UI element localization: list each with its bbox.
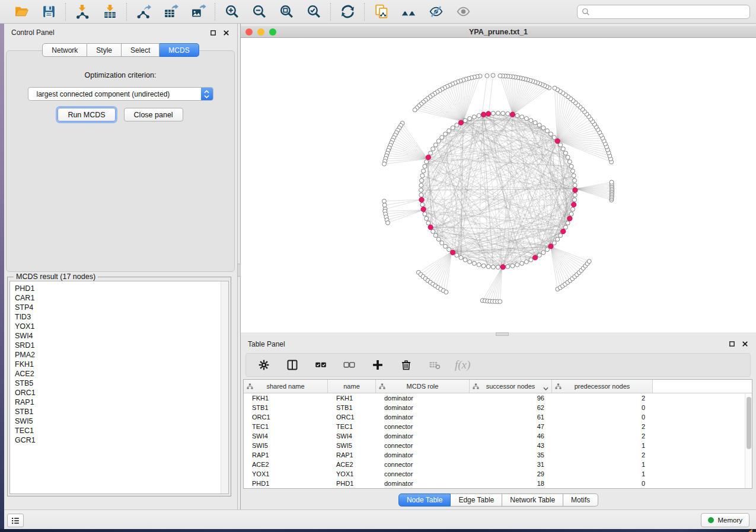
toolbar-group xyxy=(366,3,479,21)
close-table-panel-button[interactable] xyxy=(741,340,749,348)
column-header-predecessor-nodes[interactable]: predecessor nodes xyxy=(552,380,653,393)
deselect-all-rows-button[interactable] xyxy=(341,357,358,373)
float-panel-button[interactable] xyxy=(209,29,217,37)
network-canvas[interactable] xyxy=(241,38,756,332)
mcds-result-node[interactable]: ORC1 xyxy=(10,388,228,398)
cell-mcds-role: connector xyxy=(376,470,470,477)
tab-node-table[interactable]: Node Table xyxy=(398,493,451,507)
table-row[interactable]: YOX1YOX1connector291 xyxy=(244,469,752,479)
tab-select[interactable]: Select xyxy=(122,43,160,57)
cell-successor-nodes: 46 xyxy=(470,432,552,440)
window-close-button[interactable] xyxy=(245,28,253,36)
memory-status-icon xyxy=(708,517,714,523)
refresh-layout-button[interactable] xyxy=(338,3,357,21)
import-network-button[interactable] xyxy=(73,3,92,21)
mcds-result-scrollbar[interactable] xyxy=(221,281,228,493)
table-row[interactable]: ACE2ACE2connector311 xyxy=(244,460,752,469)
import-table-button[interactable] xyxy=(100,3,119,21)
mcds-result-node[interactable]: PMA2 xyxy=(10,350,228,360)
cell-shared-name: FKH1 xyxy=(244,395,328,402)
desktop-wallpaper-bottom xyxy=(0,529,756,532)
table-settings-button[interactable] xyxy=(256,357,272,373)
mcds-result-list[interactable]: PHD1CAR1STP4TID3YOX1SWI4SRD1PMA2FKH1ACE2… xyxy=(9,281,229,494)
hide-selected-button[interactable] xyxy=(426,3,445,21)
table-row[interactable]: RAP1RAP1dominator352 xyxy=(244,450,752,460)
show-columns-button[interactable] xyxy=(284,357,301,373)
optimization-criterion-select[interactable]: largest connected component (undirected) xyxy=(28,87,213,101)
export-table-button[interactable] xyxy=(161,3,180,21)
delete-column-button[interactable] xyxy=(398,357,414,373)
table-scrollbar-thumb[interactable] xyxy=(747,397,751,449)
mcds-result-node[interactable]: GCR1 xyxy=(10,435,228,445)
column-header-name[interactable]: name xyxy=(328,380,376,393)
show-all-button[interactable] xyxy=(454,3,473,21)
network-window-titlebar[interactable]: YPA_prune.txt_1 xyxy=(241,26,756,38)
save-session-button[interactable] xyxy=(39,3,58,21)
mcds-result-node[interactable]: YOX1 xyxy=(10,322,228,331)
tab-style[interactable]: Style xyxy=(87,43,122,57)
table-row[interactable]: STB1STB1dominator620 xyxy=(244,403,752,412)
cell-mcds-role: dominator xyxy=(376,395,470,402)
export-network-button[interactable] xyxy=(134,3,153,21)
memory-button[interactable]: Memory xyxy=(701,513,749,527)
mcds-result-title: MCDS result (17 nodes) xyxy=(14,273,98,281)
mcds-result-node[interactable]: STB1 xyxy=(10,407,228,416)
close-panel-button[interactable] xyxy=(222,29,230,37)
table-row[interactable]: PHD1PHD1dominator180 xyxy=(244,479,752,488)
network-graph[interactable] xyxy=(241,38,756,332)
column-header-mcds-role[interactable]: MCDS role xyxy=(376,380,470,393)
cell-shared-name: TEC1 xyxy=(244,423,328,430)
zoom-out-button[interactable] xyxy=(250,3,269,21)
first-neighbors-button[interactable] xyxy=(399,3,418,21)
column-header-shared-name[interactable]: shared name xyxy=(244,380,328,393)
column-header-successor-nodes[interactable]: successor nodes xyxy=(470,380,552,393)
mcds-result-node[interactable]: CAR1 xyxy=(10,293,228,303)
copy-network-view-button[interactable] xyxy=(372,3,391,21)
zoom-fit-button[interactable] xyxy=(277,3,296,21)
run-mcds-button[interactable]: Run MCDS xyxy=(58,108,115,121)
mcds-result-node[interactable]: TID3 xyxy=(10,312,228,322)
tab-network-table[interactable]: Network Table xyxy=(502,493,563,507)
table-scrollbar[interactable] xyxy=(745,394,752,488)
mcds-result-node[interactable]: TEC1 xyxy=(10,426,228,435)
mcds-result-node[interactable]: RAP1 xyxy=(10,398,228,407)
application-window: Control Panel NetworkStyleSelectMCDS Opt… xyxy=(0,0,756,532)
window-zoom-button[interactable] xyxy=(269,28,276,36)
show-panels-button[interactable] xyxy=(7,514,24,527)
mcds-result-node[interactable]: SWI5 xyxy=(10,416,228,426)
table-row[interactable]: ORC1ORC1dominator610 xyxy=(244,412,752,422)
zoom-in-button[interactable] xyxy=(222,3,241,21)
table-row[interactable]: TEC1TEC1connector472 xyxy=(244,422,752,431)
select-all-rows-button[interactable] xyxy=(312,357,329,373)
window-minimize-button[interactable] xyxy=(257,28,264,36)
mcds-result-node[interactable]: STB5 xyxy=(10,379,228,388)
mcds-result-node[interactable]: STP4 xyxy=(10,303,228,312)
tab-motifs[interactable]: Motifs xyxy=(563,493,598,507)
table-row[interactable]: SWI5SWI5connector431 xyxy=(244,441,752,450)
mcds-result-node[interactable]: ACE2 xyxy=(10,369,228,379)
column-label: shared name xyxy=(266,383,304,390)
mcds-result-node[interactable]: FKH1 xyxy=(10,360,228,369)
toolbar-groups xyxy=(6,3,479,21)
mcds-result-node[interactable]: PHD1 xyxy=(10,284,228,293)
select-all-icon xyxy=(315,359,327,371)
export-image-button[interactable] xyxy=(189,3,208,21)
tab-network[interactable]: Network xyxy=(42,43,87,57)
zoom-selected-button[interactable] xyxy=(304,3,323,21)
float-table-panel-button[interactable] xyxy=(728,340,736,348)
criterion-selected-value: largest connected component (undirected) xyxy=(28,90,213,98)
mcds-result-node[interactable]: SRD1 xyxy=(10,341,228,350)
table-row[interactable]: FKH1FKH1dominator962 xyxy=(244,393,752,403)
tab-mcds[interactable]: MCDS xyxy=(160,43,199,57)
cell-successor-nodes: 31 xyxy=(470,461,552,468)
search-box[interactable] xyxy=(577,5,750,19)
close-mcds-panel-button[interactable]: Close panel xyxy=(124,108,183,121)
cell-predecessor-nodes: 1 xyxy=(552,442,653,449)
add-column-button[interactable] xyxy=(369,357,386,373)
cell-shared-name: ACE2 xyxy=(244,461,328,468)
open-file-button[interactable] xyxy=(12,3,31,21)
tab-edge-table[interactable]: Edge Table xyxy=(451,493,502,507)
table-row[interactable]: SWI4SWI4dominator462 xyxy=(244,431,752,441)
search-input[interactable] xyxy=(593,6,745,18)
mcds-result-node[interactable]: SWI4 xyxy=(10,331,228,341)
